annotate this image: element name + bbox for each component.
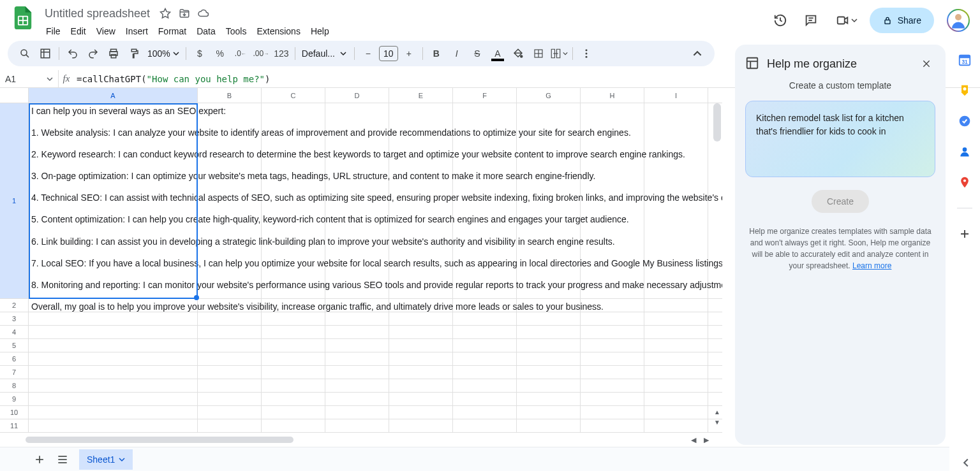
cell[interactable]: [644, 366, 708, 379]
create-button[interactable]: Create: [812, 190, 869, 213]
cell[interactable]: [517, 406, 581, 419]
search-menus-icon[interactable]: [15, 44, 34, 63]
menu-edit[interactable]: Edit: [66, 24, 91, 39]
cell[interactable]: [453, 379, 517, 392]
cell[interactable]: [581, 352, 644, 365]
star-icon[interactable]: [158, 6, 173, 21]
column-header[interactable]: C: [262, 88, 325, 103]
increase-decimal-icon[interactable]: .00→: [251, 44, 271, 63]
cell[interactable]: [644, 326, 708, 338]
cell[interactable]: [198, 339, 262, 352]
merge-cells-icon[interactable]: [549, 44, 568, 63]
maps-icon[interactable]: [957, 175, 972, 190]
cell[interactable]: [389, 406, 453, 419]
cell[interactable]: [389, 419, 453, 432]
column-header[interactable]: E: [389, 88, 453, 103]
cell[interactable]: [325, 352, 389, 365]
cell[interactable]: [29, 366, 198, 379]
row-header[interactable]: 8: [0, 379, 29, 392]
cell[interactable]: [644, 419, 708, 432]
row-header[interactable]: 2: [0, 299, 29, 312]
cell[interactable]: [262, 419, 325, 432]
cell[interactable]: [389, 352, 453, 365]
contacts-icon[interactable]: [957, 144, 972, 159]
borders-icon[interactable]: [529, 44, 548, 63]
all-sheets-icon[interactable]: [51, 448, 74, 471]
get-addons-icon[interactable]: [957, 226, 972, 242]
column-header[interactable]: D: [325, 88, 389, 103]
more-toolbar-icon[interactable]: [577, 44, 596, 63]
cell[interactable]: [198, 326, 262, 338]
cell[interactable]: [581, 366, 644, 379]
row-header[interactable]: 9: [0, 393, 29, 405]
column-header[interactable]: I: [644, 88, 708, 103]
cell[interactable]: [29, 379, 198, 392]
cell[interactable]: [198, 406, 262, 419]
hscroll-thumb[interactable]: [26, 437, 293, 443]
cell[interactable]: [198, 352, 262, 365]
cell[interactable]: [262, 366, 325, 379]
cell[interactable]: [198, 366, 262, 379]
keep-icon[interactable]: [957, 83, 972, 98]
name-box[interactable]: A1: [0, 70, 59, 87]
menu-tools[interactable]: Tools: [221, 24, 252, 39]
cell[interactable]: [581, 419, 644, 432]
cell[interactable]: [262, 406, 325, 419]
sheets-logo[interactable]: [10, 5, 36, 31]
cell[interactable]: [581, 406, 644, 419]
meet-button[interactable]: [829, 8, 865, 33]
share-button[interactable]: Share: [870, 8, 934, 33]
cell[interactable]: [453, 352, 517, 365]
move-icon[interactable]: [177, 6, 192, 21]
cell[interactable]: [644, 406, 708, 419]
redo-icon[interactable]: [84, 44, 103, 63]
cell[interactable]: [517, 419, 581, 432]
learn-more-link[interactable]: Learn more: [852, 261, 891, 270]
select-all-corner[interactable]: [0, 88, 29, 103]
prompt-textarea[interactable]: Kitchen remodel task list for a kitchen …: [745, 101, 935, 177]
strikethrough-icon[interactable]: S: [468, 44, 487, 63]
cell[interactable]: [29, 393, 198, 405]
hscroll-right-icon[interactable]: ▶: [701, 435, 712, 445]
menu-format[interactable]: Format: [153, 24, 191, 39]
cell[interactable]: [325, 419, 389, 432]
cell[interactable]: [389, 379, 453, 392]
percent-icon[interactable]: %: [211, 44, 230, 63]
cell[interactable]: [581, 339, 644, 352]
row-header[interactable]: 5: [0, 339, 29, 352]
column-header[interactable]: B: [198, 88, 262, 103]
increase-font-icon[interactable]: +: [399, 44, 419, 63]
cell[interactable]: [581, 326, 644, 338]
cell[interactable]: [29, 339, 198, 352]
cell[interactable]: [644, 352, 708, 365]
cell[interactable]: [517, 339, 581, 352]
cell[interactable]: [262, 393, 325, 405]
column-header[interactable]: F: [453, 88, 517, 103]
menu-file[interactable]: File: [41, 24, 66, 39]
hide-sidepanel-icon[interactable]: [957, 454, 975, 471]
zoom-select[interactable]: 100%: [145, 48, 182, 59]
sheet-tab[interactable]: Sheet1: [79, 449, 133, 470]
cell[interactable]: [517, 379, 581, 392]
cell[interactable]: [453, 393, 517, 405]
cell[interactable]: [644, 339, 708, 352]
menu-view[interactable]: View: [91, 24, 121, 39]
collapse-toolbar-icon[interactable]: [688, 44, 707, 63]
cell[interactable]: [453, 366, 517, 379]
undo-icon[interactable]: [63, 44, 82, 63]
row-header[interactable]: 10: [0, 406, 29, 419]
cell[interactable]: [325, 339, 389, 352]
freeze-icon[interactable]: [36, 44, 55, 63]
vscroll-down-icon[interactable]: ▼: [712, 417, 722, 427]
cell[interactable]: [453, 406, 517, 419]
account-avatar[interactable]: [947, 9, 970, 32]
spreadsheet-grid[interactable]: ABCDEFGHI 1234567891011 I can help you i…: [0, 88, 722, 445]
row-header[interactable]: 4: [0, 326, 29, 338]
vscroll-up-icon[interactable]: ▲: [712, 407, 722, 417]
text-color-icon[interactable]: A: [488, 44, 507, 63]
cell[interactable]: [389, 326, 453, 338]
cell[interactable]: [29, 419, 198, 432]
cell[interactable]: [198, 379, 262, 392]
menu-extensions[interactable]: Extensions: [251, 24, 305, 39]
cell[interactable]: [453, 339, 517, 352]
